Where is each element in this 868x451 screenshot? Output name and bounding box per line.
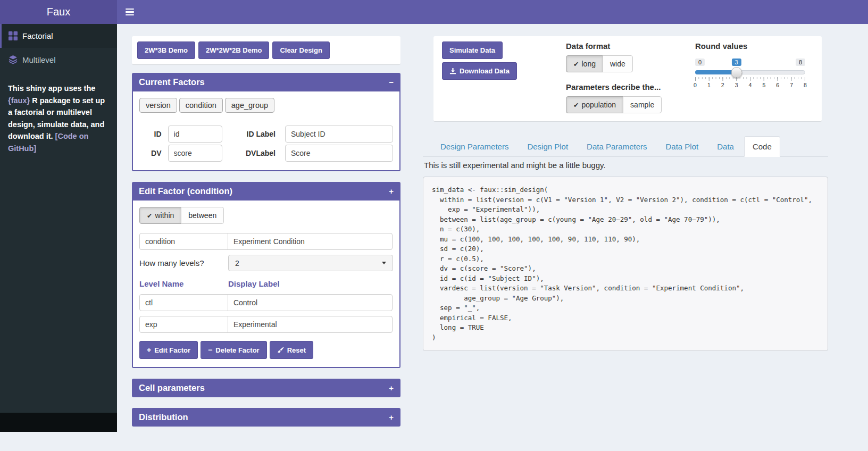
simulate-data-button[interactable]: Simulate Data [442, 41, 503, 59]
layers-icon [9, 55, 18, 64]
clear-design-button[interactable]: Clear Design [272, 41, 329, 59]
dv-row: DV DVLabel [139, 145, 393, 162]
long-option[interactable]: long [566, 55, 603, 72]
round-values-slider: 0 3 8 0 1 2 3 4 5 [695, 55, 805, 88]
id-row: ID ID Label [139, 126, 393, 143]
level-row-1 [139, 294, 393, 311]
tab-design-plot[interactable]: Design Plot [519, 136, 577, 157]
demo-buttons-card: 2W*3B Demo 2W*2W*2B Demo Clear Design [132, 36, 400, 64]
tab-data-parameters[interactable]: Data Parameters [578, 136, 655, 157]
slider-fill [695, 70, 737, 74]
levels-select[interactable]: 2 [228, 255, 393, 271]
brush-icon [277, 347, 284, 354]
simulate-buttons: Simulate Data Download Data [442, 41, 566, 116]
edit-factor-body: within between How many levels? [132, 201, 400, 368]
tab-data[interactable]: Data [708, 136, 742, 157]
id-input[interactable] [168, 126, 222, 143]
round-values-column: Round values 0 3 8 0 1 2 3 [695, 41, 805, 116]
distribution-header[interactable]: Distribution + [132, 408, 400, 427]
edit-factor-header: Edit Factor (condition) + [132, 182, 400, 201]
main-content: 2W*3B Demo 2W*2W*2B Demo Clear Design Cu… [117, 24, 868, 451]
demo-2w2w2b-button[interactable]: 2W*2W*2B Demo [198, 41, 269, 59]
factor-display-input[interactable] [228, 233, 393, 250]
slider-value-badge: 3 [732, 59, 741, 66]
sample-option[interactable]: sample [623, 96, 662, 113]
code-line: exp = "Experimental")), [432, 205, 819, 215]
code-line: age_group = "Age Group"), [432, 294, 819, 304]
delete-factor-button[interactable]: Delete Factor [201, 341, 267, 359]
slider-tick-labels: 0 1 2 3 4 5 6 7 8 [695, 82, 805, 88]
sidebar-item-label: Multilevel [22, 55, 56, 64]
id-display-input[interactable] [285, 126, 393, 143]
cell-parameters-header[interactable]: Cell parameters + [132, 379, 400, 397]
factor-tag-age-group[interactable]: age_group [225, 98, 274, 113]
faux-package-link[interactable]: {faux} [8, 96, 30, 105]
levels-question: How many levels? [139, 258, 228, 268]
within-option[interactable]: within [139, 207, 181, 224]
expand-icon[interactable]: + [389, 384, 394, 392]
box-title: Edit Factor (condition) [139, 186, 232, 196]
dv-label-label: DVLabel [222, 149, 285, 157]
sidebar-item-factorial[interactable]: Factorial [0, 24, 117, 48]
caret-down-icon [382, 262, 386, 264]
level-headers: Level Name Display Label [139, 279, 393, 288]
levels-row: How many levels? 2 [139, 255, 393, 271]
box-title: Current Factors [139, 77, 205, 87]
level-label-input[interactable] [228, 316, 393, 333]
box-title: Cell parameters [139, 383, 205, 393]
between-option[interactable]: between [181, 207, 224, 224]
factor-type-toggle: within between [139, 207, 224, 224]
demo-2w3b-button[interactable]: 2W*3B Demo [137, 41, 195, 59]
display-label-header: Display Label [228, 279, 393, 288]
sidebar-description: This shiny app uses the {faux} R package… [0, 72, 117, 155]
current-factors-header: Current Factors − [132, 73, 400, 91]
dv-display-input[interactable] [285, 145, 393, 162]
plus-icon [147, 346, 151, 354]
top-navbar [117, 0, 868, 24]
tab-code[interactable]: Code [744, 136, 780, 157]
slider-handle[interactable] [731, 67, 742, 78]
check-icon [573, 101, 579, 109]
level-name-input[interactable] [139, 294, 228, 311]
data-format-toggle: long wide [566, 55, 633, 72]
code-line: mu = c(100, 100, 100, 100, 100, 90, 110,… [432, 235, 819, 245]
wide-option[interactable]: wide [603, 55, 633, 72]
population-option[interactable]: population [566, 96, 623, 113]
sidebar-toggle-button[interactable] [117, 0, 143, 24]
level-name-input[interactable] [139, 316, 228, 333]
edit-factor-box: Edit Factor (condition) + within between [132, 182, 400, 368]
collapse-icon[interactable]: − [389, 78, 394, 86]
design-column: 2W*3B Demo 2W*2W*2B Demo Clear Design Cu… [132, 36, 400, 437]
dv-input[interactable] [168, 145, 222, 162]
factor-tag-version[interactable]: version [139, 98, 177, 113]
factor-name-input[interactable] [139, 233, 228, 250]
round-values-label: Round values [695, 41, 805, 51]
download-data-button[interactable]: Download Data [442, 62, 517, 80]
expand-icon[interactable]: + [389, 413, 394, 421]
app-header: Faux [0, 0, 868, 24]
id-label-label: ID Label [222, 130, 285, 138]
factor-tag-condition[interactable]: condition [179, 98, 223, 113]
code-line: empirical = FALSE, [432, 313, 819, 323]
slider-min-badge: 0 [695, 59, 705, 66]
check-icon [147, 211, 152, 220]
tab-data-plot[interactable]: Data Plot [657, 136, 707, 157]
id-label: ID [139, 130, 168, 138]
dv-label: DV [139, 149, 168, 157]
code-line: ) [432, 333, 819, 343]
level-label-input[interactable] [228, 294, 393, 311]
format-column: Data format long wide Parameter [566, 41, 695, 116]
edit-factor-button[interactable]: Edit Factor [139, 341, 198, 359]
tab-design-parameters[interactable]: Design Parameters [432, 136, 517, 157]
output-tabs: Design Parameters Design Plot Data Param… [423, 136, 828, 157]
slider-max-badge: 8 [796, 59, 805, 66]
hamburger-icon [126, 9, 134, 10]
minus-icon [208, 346, 212, 354]
sidebar-item-label: Factorial [22, 31, 53, 40]
sidebar-item-multilevel[interactable]: Multilevel [0, 48, 117, 72]
code-line: n = c(30), [432, 224, 819, 235]
current-factors-body: version condition age_group ID ID Label … [132, 91, 400, 171]
reset-button[interactable]: Reset [270, 341, 313, 359]
sidebar: Factorial Multilevel This shiny app uses… [0, 24, 117, 432]
collapse-icon[interactable]: + [389, 187, 394, 195]
